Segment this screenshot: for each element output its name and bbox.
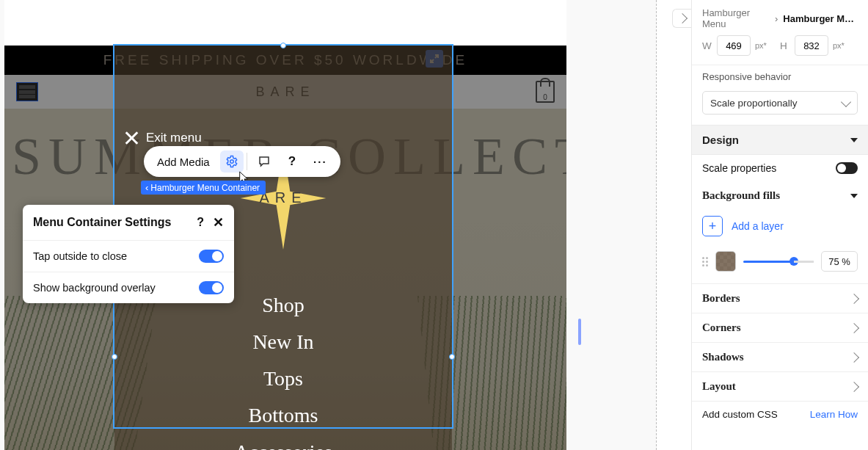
popover-title: Menu Container Settings bbox=[33, 216, 171, 229]
scale-properties-toggle[interactable] bbox=[836, 162, 858, 174]
menu-item-accessories[interactable]: Accessories bbox=[234, 440, 332, 450]
toggle-bg-overlay[interactable] bbox=[199, 281, 224, 294]
scale-properties-label: Scale properties bbox=[702, 162, 776, 174]
inspector-panel: Hamburger Menu › Hamburger Men… W px* H … bbox=[691, 0, 868, 450]
popover-close-icon[interactable]: ✕ bbox=[213, 214, 224, 231]
breadcrumb-parent[interactable]: Hamburger Menu bbox=[702, 7, 770, 29]
height-input[interactable] bbox=[795, 35, 828, 56]
bg-fills-section[interactable]: Background fills bbox=[692, 181, 868, 210]
more-button[interactable]: ··· bbox=[306, 150, 335, 173]
chevron-down-icon bbox=[841, 96, 851, 106]
exit-menu-label: Exit menu bbox=[146, 131, 202, 145]
width-unit: px* bbox=[755, 41, 767, 50]
svg-point-0 bbox=[230, 160, 233, 164]
learn-how-link[interactable]: Learn How bbox=[810, 409, 858, 420]
cart-icon[interactable]: 0 bbox=[536, 81, 555, 103]
menu-items: Shop New In Tops Bottoms Accessories bbox=[234, 294, 332, 450]
popover-header: Menu Container Settings ? ✕ bbox=[23, 205, 234, 240]
device-top-gap bbox=[4, 0, 566, 46]
menu-container-settings-popover: Menu Container Settings ? ✕ Tap outside … bbox=[23, 205, 234, 303]
setting-bg-overlay: Show background overlay bbox=[23, 272, 234, 303]
shadows-section[interactable]: Shadows bbox=[692, 342, 868, 371]
selection-tag[interactable]: Hamburger Menu Container bbox=[141, 181, 266, 195]
cart-count: 0 bbox=[543, 93, 547, 101]
custom-css-label: Add custom CSS bbox=[702, 409, 778, 420]
opacity-slider[interactable] bbox=[743, 261, 814, 263]
size-row: W px* H px* bbox=[692, 29, 868, 65]
height-unit: px* bbox=[833, 41, 845, 50]
toggle-tap-outside[interactable] bbox=[199, 250, 224, 263]
chevron-right-icon bbox=[849, 322, 859, 333]
triangle-down-icon bbox=[850, 194, 858, 198]
chevron-right-icon bbox=[676, 13, 687, 23]
device-resize-handle[interactable] bbox=[578, 319, 581, 345]
chevron-right-icon bbox=[849, 293, 859, 303]
width-label: W bbox=[702, 40, 712, 51]
fill-layer-row: 75 % bbox=[692, 247, 868, 283]
device-frame: FREE SHIPPING OVER $50 WORLDWIDE BARE 0 … bbox=[4, 0, 566, 450]
breadcrumb: Hamburger Menu › Hamburger Men… bbox=[692, 0, 868, 29]
slider-knob[interactable] bbox=[789, 257, 798, 266]
layout-label: Layout bbox=[702, 380, 736, 393]
borders-section[interactable]: Borders bbox=[692, 283, 868, 313]
selection-tag-label: Hamburger Menu Container bbox=[150, 183, 260, 193]
overlay-brand-fragment: ARE bbox=[259, 189, 307, 206]
breadcrumb-current: Hamburger Men… bbox=[783, 13, 858, 24]
chevron-right-icon bbox=[849, 352, 859, 362]
add-media-button[interactable]: Add Media bbox=[150, 150, 217, 173]
design-section-label: Design bbox=[702, 134, 739, 146]
menu-item-new-in[interactable]: New In bbox=[252, 330, 313, 354]
fill-color-swatch[interactable] bbox=[715, 251, 736, 272]
shadows-label: Shadows bbox=[702, 351, 744, 363]
triangle-down-icon bbox=[850, 138, 858, 142]
exit-menu-row[interactable]: Exit menu bbox=[124, 131, 202, 145]
add-media-label: Add Media bbox=[157, 156, 210, 168]
opacity-value[interactable]: 75 % bbox=[821, 251, 858, 272]
setting-bg-overlay-label: Show background overlay bbox=[33, 282, 156, 294]
collapse-panel-button[interactable] bbox=[672, 9, 691, 28]
responsive-value: Scale proportionally bbox=[710, 98, 798, 109]
width-group: W px* bbox=[702, 35, 780, 56]
responsive-select[interactable]: Scale proportionally bbox=[702, 91, 858, 115]
popover-help-icon[interactable]: ? bbox=[197, 216, 204, 229]
design-section[interactable]: Design bbox=[692, 125, 868, 155]
custom-css-row: Add custom CSS Learn How bbox=[692, 401, 868, 420]
menu-item-bottoms[interactable]: Bottoms bbox=[249, 404, 318, 427]
scale-properties-row: Scale properties bbox=[692, 155, 868, 181]
help-button[interactable]: ? bbox=[281, 150, 303, 173]
responsive-label: Responsive behavior bbox=[692, 65, 868, 87]
setting-tap-outside: Tap outside to close bbox=[23, 240, 234, 272]
menu-item-tops[interactable]: Tops bbox=[263, 367, 303, 391]
add-layer-link[interactable]: Add a layer bbox=[732, 220, 784, 232]
height-group: H px* bbox=[780, 35, 858, 56]
drag-grip-icon[interactable] bbox=[702, 257, 708, 266]
chevron-right-icon bbox=[849, 381, 859, 391]
menu-item-shop[interactable]: Shop bbox=[262, 294, 304, 317]
add-layer-row: + Add a layer bbox=[692, 210, 868, 247]
settings-button[interactable] bbox=[220, 150, 244, 173]
bg-fills-title: Background fills bbox=[702, 189, 780, 202]
editor-stage: FREE SHIPPING OVER $50 WORLDWIDE BARE 0 … bbox=[0, 0, 657, 450]
corners-label: Corners bbox=[702, 322, 741, 334]
height-label: H bbox=[780, 40, 790, 51]
corners-section[interactable]: Corners bbox=[692, 313, 868, 342]
width-input[interactable] bbox=[717, 35, 751, 56]
comment-button[interactable] bbox=[250, 150, 278, 173]
breadcrumb-sep: › bbox=[775, 13, 778, 24]
borders-label: Borders bbox=[702, 292, 740, 305]
add-layer-button[interactable]: + bbox=[702, 216, 723, 236]
hamburger-icon[interactable] bbox=[16, 82, 38, 101]
close-icon[interactable] bbox=[124, 131, 139, 145]
stage-guide bbox=[656, 0, 657, 450]
layout-section[interactable]: Layout bbox=[692, 371, 868, 401]
toolbar-sep bbox=[247, 153, 247, 170]
setting-tap-outside-label: Tap outside to close bbox=[33, 250, 127, 262]
